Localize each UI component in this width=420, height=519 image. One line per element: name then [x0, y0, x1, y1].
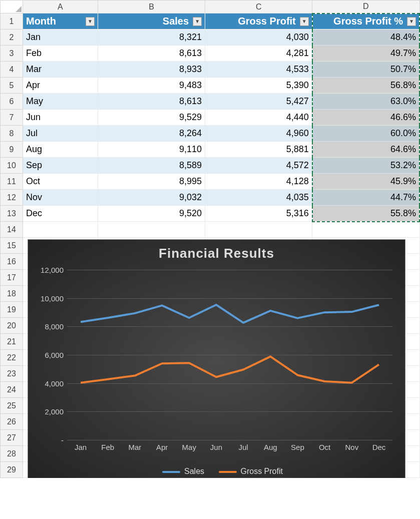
table-header-label: Gross Profit %	[316, 16, 407, 27]
table-header-cell[interactable]: Sales▼	[98, 14, 205, 30]
filter-dropdown-icon[interactable]: ▼	[86, 17, 95, 26]
col-header-C[interactable]: C	[205, 1, 312, 14]
cell[interactable]: 4,572	[205, 158, 312, 174]
col-header-A[interactable]: A	[23, 1, 98, 14]
cell[interactable]: May	[23, 94, 98, 110]
cell[interactable]: Dec	[23, 206, 98, 222]
cell[interactable]: 46.6%	[312, 110, 419, 126]
cell[interactable]: 45.9%	[312, 174, 419, 190]
row-header[interactable]: 3	[1, 46, 23, 62]
filter-dropdown-icon[interactable]: ▼	[193, 17, 202, 26]
cell[interactable]: Oct	[23, 174, 98, 190]
cell[interactable]: 56.8%	[312, 78, 419, 94]
row-header[interactable]: 28	[1, 446, 23, 462]
cell[interactable]: 48.4%	[312, 30, 419, 46]
col-header-D[interactable]: D	[312, 1, 419, 14]
table-header-cell[interactable]: Gross Profit %▼	[312, 14, 419, 30]
cell[interactable]	[23, 222, 98, 238]
row-header[interactable]: 2	[1, 30, 23, 46]
row-header[interactable]: 27	[1, 430, 23, 446]
cell[interactable]: Jun	[23, 110, 98, 126]
cell[interactable]: 4,030	[205, 30, 312, 46]
cell[interactable]: Jul	[23, 126, 98, 142]
row-header[interactable]: 25	[1, 398, 23, 414]
cell[interactable]: 4,440	[205, 110, 312, 126]
row-header[interactable]: 19	[1, 302, 23, 318]
cell[interactable]: 49.7%	[312, 46, 419, 62]
cell[interactable]: 55.8%	[312, 206, 419, 222]
chart[interactable]: Financial Results -2,0004,0006,0008,0001…	[28, 239, 405, 478]
cell[interactable]: 8,933	[98, 62, 205, 78]
cell[interactable]: 8,613	[98, 46, 205, 62]
row-header[interactable]: 11	[1, 174, 23, 190]
cell[interactable]: Apr	[23, 78, 98, 94]
chart-x-tick: May	[176, 443, 203, 455]
cell[interactable]: 9,483	[98, 78, 205, 94]
row-header[interactable]: 22	[1, 350, 23, 366]
cell[interactable]: 5,427	[205, 94, 312, 110]
row-header[interactable]: 8	[1, 126, 23, 142]
row-header[interactable]: 13	[1, 206, 23, 222]
legend-swatch-gross-profit	[219, 471, 237, 473]
cell[interactable]: 4,035	[205, 190, 312, 206]
row-header[interactable]: 26	[1, 414, 23, 430]
cell[interactable]: Jan	[23, 30, 98, 46]
cell[interactable]: 5,881	[205, 142, 312, 158]
cell[interactable]: Nov	[23, 190, 98, 206]
col-header-B[interactable]: B	[98, 1, 205, 14]
row-header[interactable]: 10	[1, 158, 23, 174]
cell[interactable]: 9,032	[98, 190, 205, 206]
row-header[interactable]: 23	[1, 366, 23, 382]
cell[interactable]	[98, 222, 205, 238]
row-header[interactable]: 21	[1, 334, 23, 350]
cell[interactable]: 8,264	[98, 126, 205, 142]
row-header[interactable]: 1	[1, 14, 23, 30]
row-header[interactable]: 17	[1, 270, 23, 286]
row-header[interactable]: 16	[1, 254, 23, 270]
cell[interactable]: 8,589	[98, 158, 205, 174]
cell[interactable]: 50.7%	[312, 62, 419, 78]
filter-dropdown-icon[interactable]: ▼	[407, 17, 416, 26]
cell[interactable]: 8,995	[98, 174, 205, 190]
row-header[interactable]: 18	[1, 286, 23, 302]
cell[interactable]: Sep	[23, 158, 98, 174]
cell[interactable]: Feb	[23, 46, 98, 62]
row-header[interactable]: 5	[1, 78, 23, 94]
row-header[interactable]: 7	[1, 110, 23, 126]
cell[interactable]: 4,281	[205, 46, 312, 62]
cell[interactable]: 64.6%	[312, 142, 419, 158]
cell[interactable]: 4,960	[205, 126, 312, 142]
cell[interactable]: 60.0%	[312, 126, 419, 142]
select-all-triangle[interactable]	[1, 1, 23, 14]
cell[interactable]: Mar	[23, 62, 98, 78]
table-header-cell[interactable]: Month▼	[23, 14, 98, 30]
cell[interactable]: 8,321	[98, 30, 205, 46]
cell[interactable]	[205, 222, 312, 238]
cell[interactable]: 53.2%	[312, 158, 419, 174]
row-header[interactable]: 20	[1, 318, 23, 334]
row-header[interactable]: 14	[1, 222, 23, 238]
cell[interactable]: 8,613	[98, 94, 205, 110]
cell[interactable]	[312, 222, 419, 238]
table-header-cell[interactable]: Gross Profit▼	[205, 14, 312, 30]
cell[interactable]: 5,316	[205, 206, 312, 222]
chart-x-tick: Dec	[365, 443, 392, 455]
row-header[interactable]: 29	[1, 462, 23, 478]
cell[interactable]: 4,128	[205, 174, 312, 190]
row-header[interactable]: 9	[1, 142, 23, 158]
cell[interactable]: 63.0%	[312, 94, 419, 110]
cell[interactable]: 9,529	[98, 110, 205, 126]
cell[interactable]: Aug	[23, 142, 98, 158]
row-header[interactable]: 4	[1, 62, 23, 78]
cell[interactable]: 9,520	[98, 206, 205, 222]
cell[interactable]: 4,533	[205, 62, 312, 78]
cell[interactable]: 9,110	[98, 142, 205, 158]
cell[interactable]: 5,390	[205, 78, 312, 94]
row-header[interactable]: 6	[1, 94, 23, 110]
filter-dropdown-icon[interactable]: ▼	[300, 17, 309, 26]
row-header[interactable]: 24	[1, 382, 23, 398]
cell[interactable]: 44.7%	[312, 190, 419, 206]
row-header[interactable]: 12	[1, 190, 23, 206]
row-header[interactable]: 15	[1, 238, 23, 254]
chart-x-tick: Aug	[257, 443, 284, 455]
